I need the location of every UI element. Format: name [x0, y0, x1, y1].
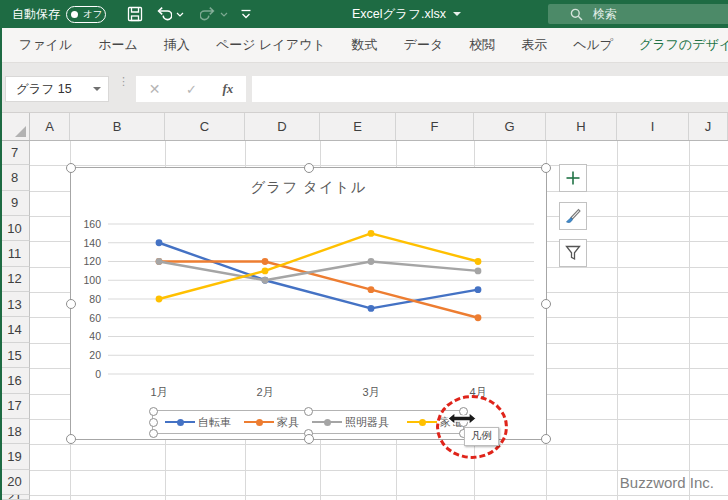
column-header-B[interactable]: B [70, 112, 165, 140]
column-header-F[interactable]: F [396, 112, 474, 140]
row-header-14[interactable]: 14 [0, 317, 30, 342]
select-all-button[interactable] [0, 112, 30, 140]
formula-bar-separator: ⋮ [118, 78, 129, 85]
row-header-18[interactable]: 18 [0, 419, 30, 444]
tab-4[interactable]: 数式 [339, 28, 391, 62]
selection-handle[interactable] [541, 434, 551, 444]
tab-1[interactable]: ホーム [85, 28, 151, 62]
series-marker[interactable] [368, 305, 375, 312]
selection-handle[interactable] [66, 299, 76, 309]
formula-input[interactable] [252, 76, 728, 102]
tab-9[interactable]: グラフのデザイン [626, 28, 728, 62]
resize-horizontal-cursor-icon [447, 411, 477, 426]
y-axis-tick-label: 40 [89, 330, 101, 342]
series-marker[interactable] [475, 314, 482, 321]
chart-filters-button[interactable] [559, 239, 587, 267]
column-header-H[interactable]: H [546, 112, 617, 140]
chart-legend[interactable]: 自転車家具照明器具家電 [152, 410, 464, 434]
series-line-2[interactable] [159, 262, 478, 281]
column-header-G[interactable]: G [474, 112, 546, 140]
document-title[interactable]: Excelグラフ.xlsx [352, 0, 461, 28]
brush-icon [564, 207, 582, 225]
selection-handle[interactable] [149, 429, 158, 438]
customize-qat-icon[interactable] [240, 9, 252, 20]
series-marker[interactable] [156, 239, 163, 246]
undo-dropdown-icon[interactable] [176, 12, 184, 17]
selection-handle[interactable] [66, 434, 76, 444]
series-marker[interactable] [368, 230, 375, 237]
tab-7[interactable]: 表示 [508, 28, 560, 62]
cancel-entry-icon: ✕ [149, 81, 161, 97]
tab-6[interactable]: 校閲 [456, 28, 508, 62]
chart-styles-button[interactable] [559, 202, 587, 230]
legend-marker-dot [177, 419, 184, 426]
series-marker[interactable] [368, 258, 375, 265]
toggle-dot-icon [71, 11, 78, 18]
legend-item-0[interactable]: 自転車 [165, 411, 231, 433]
window-edge [0, 0, 2, 500]
tab-8[interactable]: ヘルプ [560, 28, 626, 62]
row-header-13[interactable]: 13 [0, 292, 30, 317]
name-box[interactable]: グラフ 15 [5, 76, 109, 102]
tab-5[interactable]: データ [391, 28, 457, 62]
series-marker[interactable] [156, 258, 163, 265]
gridline-horizontal [30, 444, 728, 445]
column-header-C[interactable]: C [165, 112, 245, 140]
selection-handle[interactable] [541, 163, 551, 173]
row-header-7[interactable]: 7 [0, 140, 30, 165]
tab-3[interactable]: ページ レイアウト [203, 28, 339, 62]
column-header-I[interactable]: I [617, 112, 689, 140]
series-marker[interactable] [262, 267, 269, 274]
y-axis-tick-label: 0 [95, 368, 101, 380]
row-header-12[interactable]: 12 [0, 267, 30, 292]
row-header-10[interactable]: 10 [0, 216, 30, 241]
name-box-value: グラフ 15 [16, 81, 93, 98]
series-marker[interactable] [475, 258, 482, 265]
row-header-17[interactable]: 17 [0, 394, 30, 419]
series-marker[interactable] [475, 286, 482, 293]
selection-handle[interactable] [541, 299, 551, 309]
y-axis-tick-label: 120 [83, 255, 101, 267]
y-axis-tick-label: 160 [83, 218, 101, 230]
x-axis-category-label: 2月 [256, 386, 273, 398]
select-all-triangle-icon [15, 126, 26, 137]
chart-elements-button[interactable] [559, 164, 587, 192]
legend-item-2[interactable]: 照明器具 [312, 411, 389, 433]
row-header-21[interactable]: 21 [0, 495, 30, 500]
row-header-20[interactable]: 20 [0, 470, 30, 495]
row-header-19[interactable]: 19 [0, 444, 30, 469]
row-header-9[interactable]: 9 [0, 191, 30, 216]
row-header-15[interactable]: 15 [0, 343, 30, 368]
search-box[interactable]: 検索 [548, 4, 728, 24]
selection-handle[interactable] [304, 407, 313, 416]
tab-file[interactable]: ファイル [6, 28, 85, 62]
insert-function-icon[interactable]: fx [222, 81, 233, 97]
name-box-dropdown-icon[interactable] [93, 87, 101, 91]
legend-item-1[interactable]: 家具 [244, 411, 299, 433]
column-header-D[interactable]: D [245, 112, 320, 140]
column-header-E[interactable]: E [320, 112, 396, 140]
series-marker[interactable] [156, 296, 163, 303]
series-marker[interactable] [475, 267, 482, 274]
tab-2[interactable]: 挿入 [151, 28, 203, 62]
column-header-J[interactable]: J [689, 112, 728, 140]
row-header-16[interactable]: 16 [0, 368, 30, 393]
selection-handle[interactable] [149, 418, 158, 427]
legend-marker-dot [419, 419, 426, 426]
selection-handle[interactable] [66, 163, 76, 173]
series-marker[interactable] [262, 258, 269, 265]
selection-handle[interactable] [304, 163, 314, 173]
series-marker[interactable] [262, 277, 269, 284]
undo-icon[interactable] [156, 5, 172, 21]
selection-handle[interactable] [304, 434, 314, 444]
confirm-entry-icon: ✓ [186, 82, 197, 97]
autosave-toggle[interactable]: オフ [66, 6, 106, 23]
selection-handle[interactable] [149, 407, 158, 416]
save-icon[interactable] [126, 5, 144, 23]
column-header-A[interactable]: A [30, 112, 70, 140]
legend-label: 照明器具 [345, 415, 389, 430]
row-header-11[interactable]: 11 [0, 241, 30, 266]
gridline-horizontal [30, 495, 728, 496]
series-marker[interactable] [368, 286, 375, 293]
row-header-8[interactable]: 8 [0, 165, 30, 190]
